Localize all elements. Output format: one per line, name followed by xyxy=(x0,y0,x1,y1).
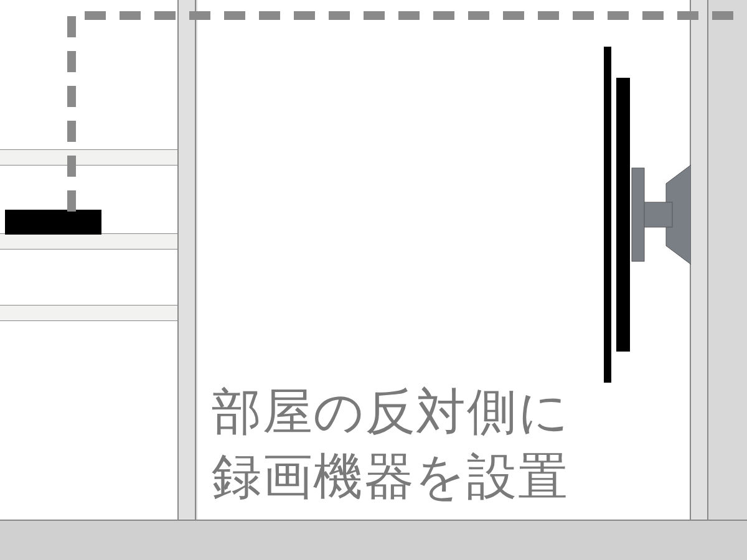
svg-rect-3 xyxy=(616,78,630,352)
svg-rect-2 xyxy=(632,168,644,261)
caption-text: 部屋の反対側に 録画機器を設置 xyxy=(212,380,570,509)
svg-rect-4 xyxy=(604,47,611,383)
shelf xyxy=(0,149,177,166)
wall-mounted-tv xyxy=(598,47,691,383)
wall-partition-right xyxy=(690,0,708,520)
caption-line-1: 部屋の反対側に xyxy=(212,380,570,444)
svg-rect-1 xyxy=(641,202,672,227)
recording-device xyxy=(5,210,101,235)
floor xyxy=(0,520,747,560)
left-room-area xyxy=(0,0,177,520)
wall-partition-left xyxy=(177,0,196,520)
shelf xyxy=(0,233,177,250)
caption-line-2: 録画機器を設置 xyxy=(212,444,570,509)
shelf xyxy=(0,305,177,321)
